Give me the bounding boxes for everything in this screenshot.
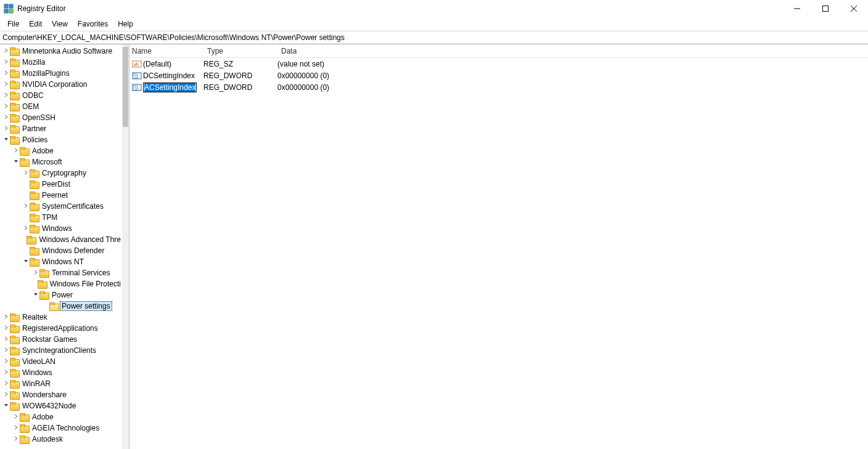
value-row[interactable]: 011110DCSettingIndexREG_DWORD0x00000000 … [129, 70, 868, 81]
expand-icon[interactable] [2, 81, 10, 87]
expand-icon[interactable] [2, 59, 10, 65]
svg-rect-5 [823, 6, 829, 12]
expand-icon[interactable] [2, 70, 10, 76]
expand-icon[interactable] [2, 336, 10, 342]
collapse-icon[interactable] [2, 137, 10, 143]
folder-icon [30, 214, 38, 221]
tree-item[interactable]: Cryptography [0, 168, 122, 179]
expand-icon[interactable] [2, 48, 10, 54]
tree-item[interactable]: Mozilla [0, 57, 122, 68]
expand-icon[interactable] [12, 425, 20, 431]
tree-item[interactable]: ODBC [0, 90, 122, 101]
collapse-icon[interactable] [2, 403, 10, 409]
tree-item[interactable]: Partner [0, 123, 122, 134]
tree-item[interactable]: Windows File Protecti [0, 278, 122, 289]
expand-icon[interactable] [22, 225, 30, 232]
tree-item[interactable]: OEM [0, 101, 122, 112]
value-row[interactable]: ab(Default)REG_SZ(value not set) [129, 58, 868, 70]
tree-item[interactable]: AGEIA Technologies [0, 423, 122, 434]
tree-item[interactable]: TPM [0, 212, 122, 223]
expand-icon[interactable] [2, 314, 10, 320]
titlebar[interactable]: Registry Editor [0, 0, 868, 17]
window-title: Registry Editor [17, 4, 66, 13]
tree-item[interactable]: Power settings [0, 301, 122, 312]
expand-icon[interactable] [2, 92, 10, 99]
column-data[interactable]: Data [277, 47, 868, 55]
tree-item[interactable]: PeerDist [0, 179, 122, 190]
tree-pane: Minnetonka Audio SoftwareMozillaMozillaP… [0, 44, 129, 449]
expand-icon[interactable] [2, 103, 10, 110]
tree-item[interactable]: WinRAR [0, 378, 122, 389]
tree-item[interactable]: Microsoft [0, 156, 122, 168]
expand-icon[interactable] [12, 436, 20, 442]
value-name-edit[interactable]: ACSettingIndex [143, 83, 197, 92]
expand-icon[interactable] [2, 392, 10, 398]
tree-item[interactable]: Peernet [0, 190, 122, 201]
tree-item[interactable]: Windows [0, 223, 122, 234]
tree-scroll[interactable]: Minnetonka Audio SoftwareMozillaMozillaP… [0, 44, 122, 449]
tree-item[interactable]: OpenSSH [0, 112, 122, 123]
maximize-icon [822, 6, 829, 12]
tree-item[interactable]: Windows [0, 367, 122, 378]
tree-item[interactable]: Terminal Services [0, 267, 122, 278]
collapse-icon[interactable] [32, 292, 39, 298]
tree-item[interactable]: RegisteredApplications [0, 323, 122, 334]
value-row[interactable]: 011110ACSettingIndexREG_DWORD0x00000000 … [129, 81, 868, 93]
values-list[interactable]: ab(Default)REG_SZ(value not set)011110DC… [129, 58, 868, 449]
tree-item[interactable]: SystemCertificates [0, 201, 122, 212]
tree-item[interactable]: SyncIntegrationClients [0, 345, 122, 356]
maximize-button[interactable] [811, 0, 840, 17]
addressbar[interactable]: Computer\HKEY_LOCAL_MACHINE\SOFTWARE\Pol… [0, 31, 868, 44]
expand-icon[interactable] [2, 347, 10, 354]
tree-item[interactable]: Minnetonka Audio Software [0, 46, 122, 57]
folder-icon [30, 180, 38, 188]
collapse-icon[interactable] [22, 259, 30, 265]
menu-favorites[interactable]: Favorites [73, 18, 113, 30]
tree-item[interactable]: Power [0, 289, 122, 301]
tree-item[interactable]: NVIDIA Corporation [0, 79, 122, 90]
folder-icon [10, 136, 18, 144]
expand-icon[interactable] [32, 270, 39, 276]
expand-icon[interactable] [22, 203, 30, 209]
svg-marker-12 [4, 404, 8, 407]
tree-item[interactable]: Rockstar Games [0, 334, 122, 345]
tree-item[interactable]: VideoLAN [0, 356, 122, 367]
registry-tree[interactable]: Minnetonka Audio SoftwareMozillaMozillaP… [0, 44, 122, 446]
tree-item[interactable]: Adobe [0, 411, 122, 423]
tree-item[interactable]: Realtek [0, 312, 122, 323]
menu-edit[interactable]: Edit [24, 18, 47, 30]
tree-item-label: Windows [21, 368, 54, 377]
tree-scrollbar-thumb[interactable] [123, 47, 128, 127]
column-type[interactable]: Type [203, 47, 277, 55]
menu-help[interactable]: Help [113, 18, 138, 30]
expand-icon[interactable] [2, 126, 10, 132]
tree-item[interactable]: Windows Advanced Thre [0, 234, 122, 245]
expand-icon[interactable] [22, 170, 30, 176]
close-button[interactable] [840, 0, 868, 17]
menu-file[interactable]: File [2, 18, 24, 30]
expand-icon[interactable] [12, 148, 20, 154]
expand-icon[interactable] [2, 325, 10, 331]
expand-icon[interactable] [12, 414, 20, 420]
tree-item[interactable]: WOW6432Node [0, 400, 122, 411]
collapse-icon[interactable] [12, 159, 20, 165]
menu-view[interactable]: View [47, 18, 73, 30]
folder-icon [10, 114, 18, 121]
tree-scrollbar-vertical[interactable] [122, 44, 129, 449]
tree-item[interactable]: Adobe [0, 145, 122, 156]
tree-item[interactable]: Policies [0, 134, 122, 145]
tree-item[interactable]: Windows NT [0, 256, 122, 267]
tree-item[interactable]: Windows Defender [0, 245, 122, 256]
folder-icon [10, 336, 18, 343]
tree-item[interactable]: MozillaPlugins [0, 68, 122, 79]
tree-item[interactable]: Wondershare [0, 389, 122, 400]
expand-icon[interactable] [2, 358, 10, 365]
column-name[interactable]: Name [129, 47, 203, 55]
expand-icon[interactable] [2, 381, 10, 387]
tree-item-label: Windows Advanced Thre [38, 235, 122, 244]
minimize-button[interactable] [783, 0, 811, 17]
folder-icon [10, 47, 18, 55]
expand-icon[interactable] [2, 370, 10, 376]
expand-icon[interactable] [2, 115, 10, 121]
tree-item[interactable]: Autodesk [0, 434, 122, 445]
